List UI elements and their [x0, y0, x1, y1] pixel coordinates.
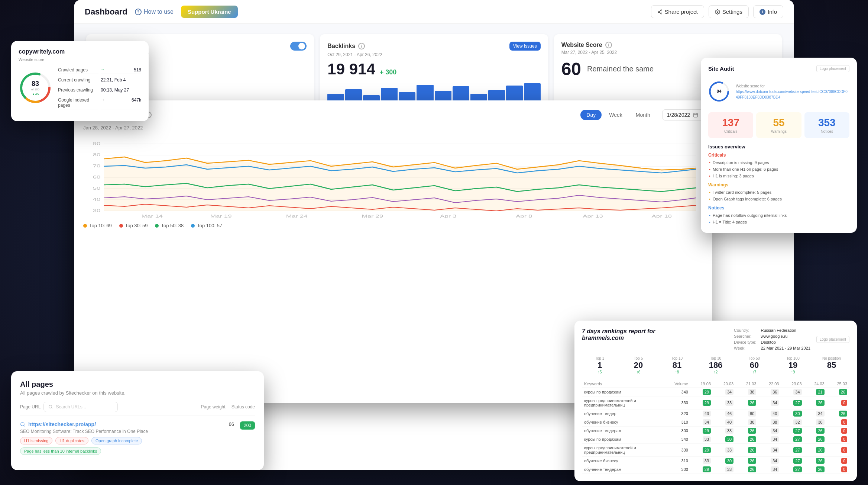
rank-value-cell: 30 — [713, 457, 736, 465]
notices-category: Notices — [708, 205, 849, 211]
rank-value-cell: 27 — [781, 444, 804, 457]
svg-text:83: 83 — [32, 80, 39, 87]
question-icon: ? — [135, 9, 142, 15]
rank-value-cell: 29 — [690, 396, 713, 409]
rank-tracker-header: 7 days rankings report for brammels.com … — [582, 328, 849, 350]
rank-value-cell: 32 — [781, 418, 804, 427]
rank-value-cell: 33 — [713, 396, 736, 409]
copywritely-stats: Crawled pages → 518 Current crawling 22:… — [58, 66, 141, 109]
copywritely-card: copywritely.com Website score 83 of 100 … — [11, 41, 149, 121]
how-to-use-link[interactable]: ? How to use — [135, 9, 174, 15]
audit-logo-placement: Logo placement — [816, 65, 849, 72]
table-row: https://sitechecker.pro/app/ SEO Monitor… — [20, 415, 255, 461]
website-score-status: Remained the same — [587, 65, 654, 73]
tab-month[interactable]: Month — [630, 110, 656, 120]
backlinks-number-row: 19 914 + 300 — [327, 60, 540, 78]
warn-item-2: Open Graph tags incomplete: 6 pages — [708, 196, 849, 202]
rank-value-cell: 0 — [827, 435, 849, 444]
rank-value-cell: 26 — [804, 465, 827, 474]
view-issues-button[interactable]: View Issues — [509, 42, 541, 51]
list-item: курсы предпринимателей и предприниматель… — [582, 444, 849, 457]
legend-top50: Top 50: 38 — [155, 223, 184, 228]
notices-num: 353 — [809, 117, 845, 129]
list-item: обучение бизнесу3103330263427260 — [582, 457, 849, 465]
info-button[interactable]: i Info — [753, 5, 783, 18]
serp-header: Analysis of SERP i Day Week Month 1/28/2… — [83, 109, 703, 121]
all-traffic-toggle[interactable] — [290, 42, 307, 51]
th-volume: Volume — [663, 380, 690, 388]
svg-text:Mar 29: Mar 29 — [362, 214, 383, 218]
dashboard-header: Dashboard ? How to use Support Ukraine S… — [74, 0, 794, 24]
svg-point-5 — [717, 11, 718, 13]
rank-keyword-cell: курсы по продажам — [582, 388, 663, 396]
tab-day[interactable]: Day — [580, 110, 602, 120]
settings-button[interactable]: Settings — [709, 5, 749, 18]
rank-value-cell: 36 — [758, 388, 781, 396]
rank-value-cell: 0 — [827, 457, 849, 465]
pages-table-header: Page URL Search URLs... Page weight Stat… — [20, 402, 255, 415]
svg-text:of 100: of 100 — [31, 88, 40, 91]
issue-item-3: H1 is missing: 3 pages — [708, 173, 849, 179]
svg-text:60: 60 — [93, 175, 101, 179]
rank-keyword-cell: обучение тендерам — [582, 465, 663, 474]
rank-value-cell: 33 — [690, 457, 713, 465]
notice-item-1: Page has nofollow outgoing internal link… — [708, 212, 849, 219]
share-project-button[interactable]: Share project — [651, 5, 704, 18]
website-score-info-icon[interactable]: i — [605, 42, 612, 48]
legend-dot-top30 — [119, 224, 123, 228]
rank-value-cell: 26 — [804, 444, 827, 457]
th-date-4: 22.03 — [758, 380, 781, 388]
all-pages-card: All pages All pages crawled by Sitecheck… — [11, 371, 264, 470]
how-to-use-label: How to use — [144, 9, 174, 15]
google-indexed-row: Google indexed pages — [58, 96, 98, 109]
period-tabs: Day Week Month — [580, 110, 656, 120]
rank-value-cell: 29 — [690, 427, 713, 435]
th-date-1: 19.03 — [690, 380, 713, 388]
rank-keyword-cell: курсы предпринимателей и предприниматель… — [582, 444, 663, 457]
rank-stat-top5: Top 5 20 ↑6 — [621, 356, 656, 374]
notices-badge: 353 Notices — [804, 112, 849, 138]
svg-rect-6 — [694, 113, 698, 117]
svg-text:Apr 18: Apr 18 — [652, 214, 672, 218]
rank-value-cell: 26 — [804, 427, 827, 435]
warnings-num: 55 — [761, 117, 797, 129]
rank-value-cell: 34 — [758, 435, 781, 444]
rank-volume-cell: 330 — [663, 396, 690, 409]
url-search-box[interactable]: Search URLs... — [43, 402, 118, 412]
rank-keyword-cell: обучение тендерам — [582, 427, 663, 435]
date-value: 1/28/2022 — [667, 112, 690, 118]
rank-value-cell: 34 — [713, 388, 736, 396]
warnings-category: Warnings — [708, 182, 849, 187]
rank-header-right: Country: Russian Federation Searcher: ww… — [734, 328, 849, 350]
rank-value-cell: 38 — [804, 418, 827, 427]
tab-week[interactable]: Week — [603, 110, 628, 120]
list-item: обучение тендер32043468040303426 — [582, 409, 849, 418]
rank-value-cell: 33 — [690, 435, 713, 444]
svg-text:Mar 24: Mar 24 — [286, 214, 308, 218]
date-picker[interactable]: 1/28/2022 — [662, 109, 703, 121]
rank-value-cell: 27 — [781, 427, 804, 435]
list-item: курсы по продажам34029343836342126 — [582, 388, 849, 396]
copywritely-gauge-container: 83 of 100 ▲45 Crawled pages → 518 Curren… — [19, 66, 141, 109]
rank-volume-cell: 330 — [663, 444, 690, 457]
google-indexed-value-row: → 647k — [101, 96, 141, 109]
list-item: обучение бизнесу3103440383832380 — [582, 418, 849, 427]
rank-value-cell: 29 — [690, 465, 713, 474]
rank-value-cell: 33 — [713, 427, 736, 435]
rank-volume-cell: 310 — [663, 418, 690, 427]
rank-value-cell: 0 — [827, 465, 849, 474]
search-page-icon — [20, 422, 25, 427]
rank-value-cell: 34 — [758, 427, 781, 435]
support-ukraine-button[interactable]: Support Ukraine — [181, 6, 238, 18]
audit-score-url: https://www.dotcom-tools.com/website-spe… — [736, 90, 848, 99]
backlinks-info-icon[interactable]: i — [358, 43, 365, 49]
rank-value-cell: 26 — [736, 444, 758, 457]
current-crawling-value-row: 22:31, Feb 4 — [101, 76, 141, 84]
svg-text:70: 70 — [93, 164, 101, 168]
rank-value-cell: 46 — [713, 409, 736, 418]
rank-keywords-table: Keywords Volume 19.03 20.03 21.03 22.03 … — [582, 380, 849, 474]
tag-h1-duplicates: H1 duplicates — [55, 437, 88, 444]
rank-volume-cell: 340 — [663, 435, 690, 444]
th-date-5: 23.03 — [781, 380, 804, 388]
rank-value-cell: 30 — [713, 435, 736, 444]
